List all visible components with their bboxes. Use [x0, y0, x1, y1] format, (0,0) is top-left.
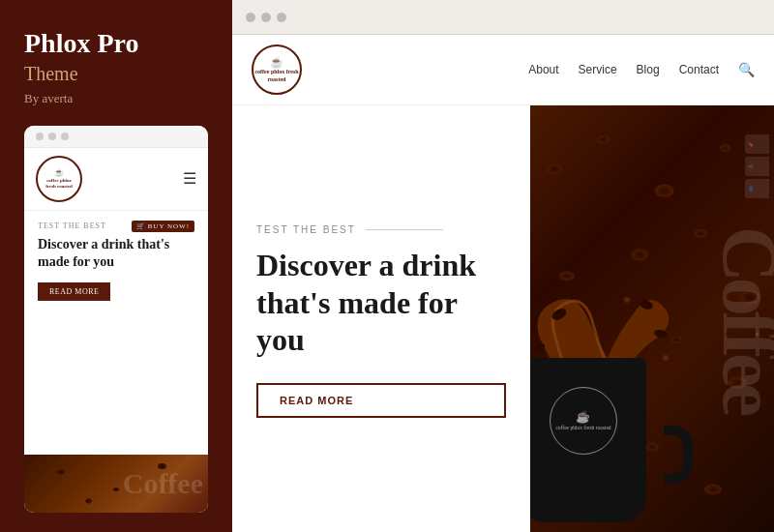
- hero-right-background: Coffee: [530, 105, 774, 532]
- desktop-logo-text: coffee phlox fresh roasted: [253, 69, 300, 84]
- right-pill-bookmark[interactable]: 🔖: [745, 134, 769, 154]
- sidebar-by-label: By averta: [24, 91, 208, 106]
- desktop-test-best-label: TEST THE BEST: [256, 224, 356, 235]
- main-area: ☕ coffee phlox fresh roasted About Servi…: [232, 0, 774, 532]
- search-icon[interactable]: 🔍: [738, 62, 755, 78]
- mobile-coffee-image: Coffee: [24, 455, 208, 513]
- desktop-read-more-button[interactable]: READ MORE: [256, 383, 506, 418]
- browser-bar: [232, 0, 774, 35]
- sidebar-subtitle: Theme: [24, 63, 208, 85]
- desktop-logo-circle: ☕ coffee phlox fresh roasted: [252, 44, 302, 95]
- mobile-buy-button[interactable]: 🛒 Buy Now!: [132, 221, 194, 232]
- coffee-mug-body: ☕ coffee phlox fresh roasted: [530, 358, 646, 522]
- svg-point-6: [624, 297, 630, 303]
- hero-section: TEST THE BEST Discover a drink that's ma…: [232, 105, 774, 532]
- browser-dot-1: [246, 13, 255, 22]
- desktop-nav-links: About Service Blog Contact 🔍: [528, 62, 755, 78]
- mobile-logo: ☕ coffee phlox fresh roasted: [36, 156, 82, 202]
- nav-link-contact[interactable]: Contact: [679, 63, 719, 76]
- hero-right: Coffee: [530, 105, 774, 532]
- mobile-buy-label: Buy Now!: [148, 222, 190, 230]
- mobile-logo-text: coffee phlox fresh roasted: [45, 178, 73, 190]
- hamburger-icon[interactable]: ☰: [183, 169, 196, 188]
- mobile-hero-heading: Discover a drink that's made for you: [38, 236, 194, 271]
- browser-dot-3: [277, 13, 286, 22]
- browser-dot-2: [261, 13, 271, 22]
- nav-link-service[interactable]: Service: [579, 63, 617, 76]
- mug-logo-text: coffee phlox fresh roasted: [555, 425, 610, 431]
- mobile-test-best-label: TEST THE BEST: [38, 222, 106, 230]
- test-best-line: [366, 229, 443, 230]
- desktop-logo: ☕ coffee phlox fresh roasted: [252, 44, 302, 95]
- right-pill-cart[interactable]: 🛒: [745, 157, 769, 176]
- heading-line-2: that's made for you: [256, 285, 457, 357]
- right-pill-user[interactable]: 👤: [745, 179, 769, 198]
- mobile-dot-3: [61, 133, 69, 140]
- mobile-dots-bar: [24, 126, 208, 148]
- mobile-content: TEST THE BEST 🛒 Buy Now! Discover a drin…: [24, 211, 208, 455]
- nav-link-about[interactable]: About: [528, 63, 558, 76]
- desktop-hero-heading: Discover a drink that's made for you: [256, 247, 506, 358]
- svg-point-5: [663, 355, 669, 361]
- mobile-read-more-button[interactable]: READ MORE: [38, 282, 110, 301]
- mobile-dot-2: [48, 133, 56, 140]
- desktop-nav: ☕ coffee phlox fresh roasted About Servi…: [232, 35, 774, 105]
- mobile-nav: ☕ coffee phlox fresh roasted ☰: [24, 148, 208, 211]
- heading-line-1: Discover a drink: [256, 248, 476, 282]
- mobile-coffee-beans: [24, 455, 208, 513]
- sidebar-title: Phlox Pro: [24, 29, 208, 59]
- mobile-test-best-row: TEST THE BEST 🛒 Buy Now!: [38, 221, 194, 232]
- coffee-mug-container: ☕ coffee phlox fresh roasted: [530, 290, 695, 522]
- desktop-preview: ☕ coffee phlox fresh roasted About Servi…: [232, 35, 774, 532]
- coffee-big-text: Coffee: [711, 225, 774, 411]
- mug-logo-area: ☕ coffee phlox fresh roasted: [550, 387, 617, 455]
- hero-left: TEST THE BEST Discover a drink that's ma…: [232, 105, 530, 532]
- desktop-test-best-row: TEST THE BEST: [256, 224, 506, 235]
- nav-link-blog[interactable]: Blog: [637, 63, 660, 76]
- right-sidebar-pills: 🔖 🛒 👤: [745, 134, 774, 198]
- coffee-mug-handle: [664, 426, 693, 484]
- mobile-preview-card: ☕ coffee phlox fresh roasted ☰ TEST THE …: [24, 126, 208, 513]
- sidebar: Phlox Pro Theme By averta ☕ coffee phlox…: [0, 0, 232, 532]
- mobile-dot-1: [36, 133, 44, 140]
